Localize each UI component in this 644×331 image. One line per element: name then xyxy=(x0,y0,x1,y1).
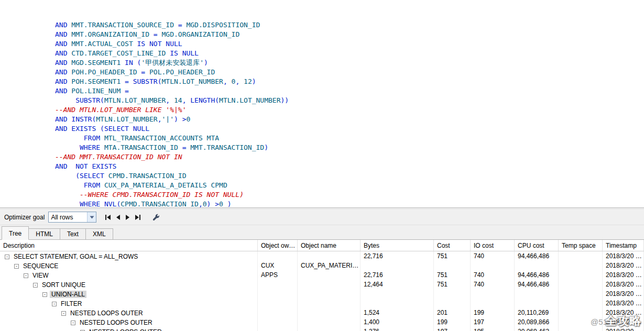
plan-settings-button[interactable] xyxy=(151,212,161,223)
node-label: UNION-ALL xyxy=(50,291,86,298)
column-header[interactable]: CPU cost xyxy=(515,240,559,251)
column-header[interactable]: Cost xyxy=(434,240,471,251)
last-record-button[interactable] xyxy=(133,212,143,223)
optimizer-goal-select[interactable]: All rows xyxy=(48,212,96,223)
grid-cell xyxy=(298,299,361,308)
grid-cell: 20,089,866 xyxy=(515,317,559,327)
grid-cell: 2018/3/20 … xyxy=(603,327,644,331)
grid-cell: 2018/3/20 … xyxy=(603,261,644,270)
grid-cell xyxy=(361,299,434,308)
next-icon xyxy=(124,214,132,221)
collapse-icon[interactable] xyxy=(52,302,57,306)
code-line: AND MGD.SEGMENT1 IN ('甲供材未安装退库') xyxy=(55,58,644,68)
grid-cell xyxy=(515,299,559,308)
chevron-down-icon[interactable] xyxy=(87,212,96,222)
code-line: AND INSTR(MTLN.LOT_NUMBER,'|') >0 xyxy=(55,115,644,124)
grid-cell: 199 xyxy=(434,317,471,327)
previous-record-button[interactable] xyxy=(113,212,123,223)
tab-xml[interactable]: XML xyxy=(85,228,113,239)
code-line: WHERE NVL(CPMD.TRANSACTION_ID,0) >0 ) xyxy=(55,200,644,207)
code-line: AND MMT.ORGANIZATION_ID = MGD.ORGANIZATI… xyxy=(55,30,644,39)
plan-tree-row[interactable]: FILTER2018/3/20 … xyxy=(0,299,644,308)
collapse-icon[interactable] xyxy=(14,264,19,269)
grid-cell: 740 xyxy=(471,280,515,289)
record-navigator xyxy=(103,212,143,223)
column-header[interactable]: Object ow… xyxy=(258,240,298,251)
plan-tree-row[interactable]: SEQUENCECUXCUX_PA_MATERI…2018/3/20 … xyxy=(0,261,644,270)
collapse-icon[interactable] xyxy=(61,311,66,316)
next-record-button[interactable] xyxy=(123,212,133,223)
wrench-icon xyxy=(152,213,160,222)
grid-cell: 20,069,463 xyxy=(515,327,559,331)
collapse-icon[interactable] xyxy=(71,321,75,325)
grid-cell xyxy=(434,261,471,270)
grid-cell xyxy=(258,289,298,299)
tab-html[interactable]: HTML xyxy=(28,228,60,239)
grid-cell: 195 xyxy=(471,327,515,331)
plan-grid: DescriptionObject ow…Object nameBytesCos… xyxy=(0,240,644,331)
grid-cell: 2018/3/20 … xyxy=(603,299,644,308)
grid-cell xyxy=(515,289,559,299)
grid-header: DescriptionObject ow…Object nameBytesCos… xyxy=(0,240,644,251)
grid-cell: 2018/3/20 … xyxy=(603,317,644,327)
previous-icon xyxy=(114,214,122,221)
grid-cell xyxy=(559,280,603,289)
grid-cell: APPS xyxy=(258,270,298,280)
collapse-icon[interactable] xyxy=(42,292,47,297)
grid-cell: 2018/3/20 … xyxy=(603,289,644,299)
grid-cell: 1,400 xyxy=(361,317,434,327)
plan-tree-row[interactable]: NESTED LOOPS OUTER1,52420119920,110,2692… xyxy=(0,308,644,317)
grid-cell: 1,524 xyxy=(361,308,434,317)
column-header[interactable]: Temp space xyxy=(559,240,603,251)
grid-cell: 751 xyxy=(434,280,471,289)
grid-cell xyxy=(258,251,298,261)
plan-tree-row[interactable]: UNION-ALL2018/3/20 … xyxy=(0,289,644,299)
column-header[interactable]: Timestamp xyxy=(603,240,644,251)
column-header[interactable]: IO cost xyxy=(471,240,515,251)
plan-tree-row[interactable]: SELECT STATEMENT, GOAL = ALL_ROWS22,7167… xyxy=(0,251,644,261)
sql-editor[interactable]: AND MMT.TRANSACTION_SOURCE_ID = MGD.DISP… xyxy=(0,0,644,207)
plan-tree-row[interactable]: SORT UNIQUE12,46475174094,466,4862018/3/… xyxy=(0,280,644,289)
code-line: AND MMT.ACTUAL_COST IS NOT NULL xyxy=(55,39,644,49)
plan-tree-row[interactable]: NESTED LOOPS OUTER1,37619719520,069,4632… xyxy=(0,327,644,331)
grid-cell xyxy=(434,289,471,299)
first-record-button[interactable] xyxy=(103,212,113,223)
grid-cell xyxy=(471,261,515,270)
optimizer-goal-label: Optimizer goal xyxy=(4,214,45,221)
node-label: SORT UNIQUE xyxy=(40,281,87,289)
grid-cell xyxy=(559,251,603,261)
column-header[interactable]: Object name xyxy=(298,240,361,251)
grid-cell: 751 xyxy=(434,251,471,261)
column-header[interactable]: Bytes xyxy=(361,240,434,251)
chevron-down-glyph xyxy=(90,216,94,219)
collapse-icon[interactable] xyxy=(5,255,9,259)
grid-cell xyxy=(298,280,361,289)
node-label: FILTER xyxy=(59,300,83,307)
grid-cell xyxy=(298,270,361,280)
tab-tree[interactable]: Tree xyxy=(2,226,29,240)
tab-text[interactable]: Text xyxy=(60,228,86,239)
grid-cell xyxy=(559,261,603,270)
optimizer-goal-value: All rows xyxy=(49,214,87,221)
grid-cell: 2018/3/20 … xyxy=(603,280,644,289)
plan-toolbar: Optimizer goal All rows xyxy=(0,209,644,225)
grid-cell xyxy=(559,289,603,299)
grid-cell xyxy=(258,317,298,327)
grid-cell: 2018/3/20 … xyxy=(603,308,644,317)
grid-cell xyxy=(559,317,603,327)
result-tabs: TreeHTMLTextXML xyxy=(0,225,644,240)
plan-tree-row[interactable]: VIEWAPPS22,71675174094,466,4862018/3/20 … xyxy=(0,270,644,280)
collapse-icon[interactable] xyxy=(33,283,38,288)
plsql-explain-plan-window: AND MMT.TRANSACTION_SOURCE_ID = MGD.DISP… xyxy=(0,0,644,331)
grid-cell: 740 xyxy=(471,270,515,280)
grid-cell: 22,716 xyxy=(361,251,434,261)
plan-tree-row[interactable]: NESTED LOOPS OUTER1,40019919720,089,8662… xyxy=(0,317,644,327)
column-header[interactable]: Description xyxy=(0,240,258,251)
grid-cell xyxy=(361,289,434,299)
grid-cell xyxy=(559,327,603,331)
grid-cell xyxy=(298,251,361,261)
grid-cell: 1,376 xyxy=(361,327,434,331)
code-line: FROM MTL_TRANSACTION_ACCOUNTS MTA xyxy=(55,134,644,143)
code-line: AND EXISTS (SELECT NULL xyxy=(55,124,644,134)
collapse-icon[interactable] xyxy=(24,273,28,278)
